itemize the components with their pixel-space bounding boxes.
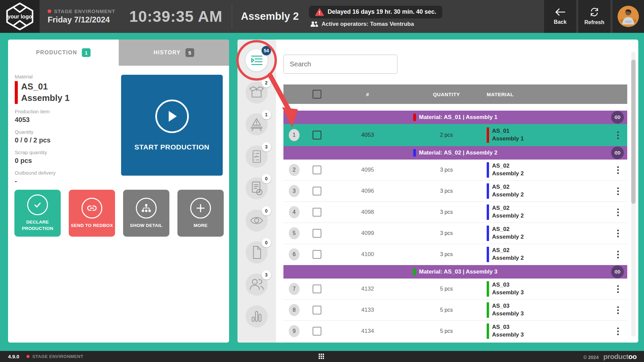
row-menu-button[interactable] bbox=[608, 249, 627, 260]
table-row[interactable]: 540993 pcsAS_02Assembly 2 bbox=[283, 223, 627, 244]
brand-logo: productoo bbox=[603, 353, 637, 361]
row-menu-button[interactable] bbox=[608, 206, 627, 218]
row-material-code: AS_02 bbox=[492, 183, 524, 191]
header-divider bbox=[232, 4, 232, 29]
row-material-code: AS_02 bbox=[492, 204, 524, 212]
logo-text: your logo bbox=[8, 14, 32, 19]
table-row[interactable]: 340963 pcsAS_02Assembly 2 bbox=[283, 181, 627, 202]
row-item-number: 4096 bbox=[329, 188, 406, 194]
row-quantity: 3 pcs bbox=[406, 251, 487, 257]
select-all-checkbox[interactable] bbox=[313, 90, 321, 99]
table-row[interactable]: 140532 pcsAS_01Assembly 1 bbox=[283, 124, 627, 146]
row-menu-button[interactable] bbox=[608, 304, 627, 316]
group-link-button[interactable] bbox=[611, 265, 624, 278]
row-material-name: Assembly 3 bbox=[492, 289, 524, 297]
table-row[interactable]: 440983 pcsAS_02Assembly 2 bbox=[283, 202, 627, 223]
current-date: Friday 7/12/2024 bbox=[48, 15, 115, 24]
rail-item-checklist[interactable]: 3 bbox=[246, 145, 268, 168]
material-color-bar bbox=[487, 127, 489, 143]
row-material-code: AS_03 bbox=[492, 302, 524, 310]
rail-item-machine-alert[interactable]: 1 bbox=[246, 113, 268, 135]
action-buttons: DECLARE PRODUCTIONSEND TO REDBOXSHOW DET… bbox=[14, 190, 224, 237]
material-group-header: Material: AS_01 | Assembly 1 bbox=[283, 111, 627, 124]
row-checkbox[interactable] bbox=[313, 285, 321, 293]
tab-history[interactable]: HISTORY 5 bbox=[119, 40, 229, 66]
quantity-value: 0 / 0 / 2 pcs bbox=[15, 136, 115, 144]
top-header: your logo STAGE ENVIRONMENT Friday 7/12/… bbox=[0, 0, 644, 33]
row-material: AS_02Assembly 2 bbox=[487, 247, 608, 262]
row-menu-button[interactable] bbox=[608, 185, 627, 197]
row-menu-button[interactable] bbox=[608, 283, 627, 295]
rail-badge: 3 bbox=[262, 142, 271, 152]
show-detail-button[interactable]: SHOW DETAIL bbox=[123, 190, 169, 237]
production-item-label: Production item bbox=[15, 109, 115, 114]
scrollbar-thumb[interactable] bbox=[631, 60, 636, 204]
row-number-badge: 2 bbox=[289, 164, 300, 176]
row-checkbox[interactable] bbox=[313, 187, 321, 195]
rail-item-box[interactable]: 2 bbox=[246, 81, 268, 104]
queue-panel: 542130003 # QUANTITY MATERIAL Material: … bbox=[237, 40, 638, 343]
delay-text: Delayed 16 days 19 hr. 30 min. 40 sec. bbox=[328, 8, 436, 15]
row-checkbox[interactable] bbox=[313, 208, 321, 217]
table-row[interactable]: 641003 pcsAS_02Assembly 2 bbox=[283, 244, 627, 265]
group-link-button[interactable] bbox=[611, 111, 624, 124]
send-to-redbox-button[interactable]: SEND TO REDBOX bbox=[69, 190, 115, 237]
rail-item-queue[interactable]: 54 bbox=[246, 49, 268, 71]
rail-item-team[interactable]: 3 bbox=[246, 274, 268, 296]
row-menu-button[interactable] bbox=[608, 164, 627, 176]
refresh-label: Refresh bbox=[584, 19, 604, 25]
row-menu-button[interactable] bbox=[608, 325, 627, 337]
row-checkbox[interactable] bbox=[313, 166, 321, 174]
row-material: AS_03Assembly 3 bbox=[487, 323, 608, 339]
declare-production-button[interactable]: DECLARE PRODUCTION bbox=[14, 190, 61, 237]
rail-badge: 3 bbox=[262, 270, 271, 280]
tab-production[interactable]: PRODUCTION 1 bbox=[8, 40, 119, 66]
rail-item-document-action[interactable]: 0 bbox=[246, 177, 268, 199]
row-checkbox[interactable] bbox=[313, 131, 321, 139]
tab-history-badge: 5 bbox=[185, 48, 194, 57]
row-checkbox[interactable] bbox=[313, 250, 321, 259]
row-checkbox[interactable] bbox=[313, 306, 321, 314]
user-avatar-block[interactable] bbox=[612, 0, 644, 33]
table-row[interactable]: 841335 pcsAS_03Assembly 3 bbox=[283, 300, 627, 321]
delay-badge: Delayed 16 days 19 hr. 30 min. 40 sec. bbox=[309, 6, 442, 18]
group-link-button[interactable] bbox=[611, 146, 624, 159]
row-item-number: 4095 bbox=[329, 167, 406, 173]
current-time: 10:39:35 AM bbox=[129, 7, 223, 25]
table-row[interactable]: 240953 pcsAS_02Assembly 2 bbox=[283, 160, 627, 181]
rail-item-file[interactable]: 0 bbox=[246, 241, 268, 263]
back-button[interactable]: Back bbox=[544, 0, 576, 33]
row-menu-button[interactable] bbox=[608, 228, 627, 239]
row-material-code: AS_02 bbox=[492, 162, 524, 170]
scrollbar-track[interactable] bbox=[631, 52, 636, 337]
rail-item-chart[interactable] bbox=[246, 305, 268, 327]
rail-item-eye[interactable]: 0 bbox=[246, 209, 268, 232]
avatar[interactable] bbox=[618, 6, 639, 27]
row-number-badge: 6 bbox=[289, 248, 300, 260]
row-material-code: AS_02 bbox=[492, 226, 524, 233]
row-quantity: 2 pcs bbox=[406, 132, 487, 138]
group-color-bar bbox=[413, 114, 416, 121]
row-checkbox[interactable] bbox=[313, 327, 321, 336]
search-input[interactable] bbox=[283, 55, 397, 74]
refresh-button[interactable]: Refresh bbox=[578, 0, 610, 33]
warning-icon bbox=[315, 8, 324, 16]
rail-badge: 1 bbox=[262, 110, 271, 119]
row-menu-button[interactable] bbox=[608, 129, 627, 141]
more-button[interactable]: MORE bbox=[177, 190, 224, 237]
start-production-button[interactable]: START PRODUCTION bbox=[121, 75, 223, 176]
table-row[interactable]: 741325 pcsAS_03Assembly 3 bbox=[283, 279, 627, 300]
footer-status-dot bbox=[26, 355, 30, 358]
row-number-badge: 5 bbox=[289, 227, 300, 239]
table-row[interactable]: 941345 pcsAS_03Assembly 3 bbox=[283, 321, 627, 342]
group-color-bar bbox=[413, 149, 416, 157]
play-icon bbox=[155, 100, 189, 133]
copyright: © 2024 bbox=[583, 355, 598, 360]
row-checkbox[interactable] bbox=[313, 229, 321, 238]
material-color-bar bbox=[487, 247, 489, 262]
row-item-number: 4134 bbox=[329, 328, 406, 335]
plus-icon bbox=[190, 198, 211, 219]
row-quantity: 3 pcs bbox=[406, 209, 487, 215]
app-launcher-icon[interactable] bbox=[319, 354, 324, 359]
tab-production-label: PRODUCTION bbox=[36, 50, 77, 56]
